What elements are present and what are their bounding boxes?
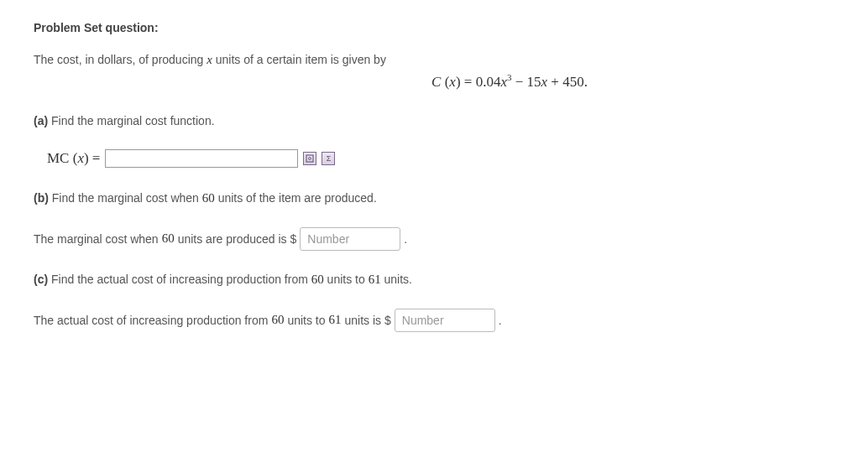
equation-preview-icon[interactable]	[303, 152, 316, 165]
intro-pre: The cost, in dollars, of producing	[34, 53, 207, 66]
part-c-mid: units to	[324, 273, 369, 286]
mc-arg: x	[77, 150, 84, 166]
problem-heading: Problem Set question:	[34, 21, 834, 34]
mc-label: MC (x) =	[47, 150, 100, 167]
part-b-num: 60	[202, 191, 215, 205]
part-b-ans-num: 60	[162, 231, 175, 246]
mc-input[interactable]	[105, 149, 298, 168]
eq-func: C	[431, 74, 441, 90]
eq-var2: x	[541, 74, 548, 90]
intro-text: The cost, in dollars, of producing x uni…	[34, 53, 834, 67]
part-c-ans-n2: 61	[329, 313, 342, 327]
eq-exp1: 3	[507, 72, 512, 82]
part-b-pre: Find the marginal cost when	[49, 191, 202, 205]
part-c-ans-mid1: units to	[287, 314, 325, 327]
part-b-input[interactable]	[300, 227, 400, 251]
sigma-glyph: Σ	[327, 154, 332, 163]
part-c-n2: 61	[369, 273, 381, 286]
part-c-n1: 60	[311, 273, 324, 286]
part-c-ans-n1: 60	[271, 313, 284, 327]
equation-editor-icon[interactable]: Σ	[322, 152, 335, 165]
part-c-ans-pre: The actual cost of increasing production…	[34, 314, 268, 327]
part-b-label: (b)	[34, 191, 49, 205]
part-b-ans-pre: The marginal cost when	[34, 232, 159, 246]
part-c: (c) Find the actual cost of increasing p…	[34, 273, 834, 287]
part-b-post: units of the item are produced.	[215, 191, 377, 205]
part-a-label: (a)	[34, 114, 48, 127]
eq-coef2: 15	[527, 74, 541, 90]
cost-equation: C (x) = 0.04x3 − 15x + 450.	[34, 72, 834, 91]
part-b-ans-after: .	[404, 232, 407, 246]
part-c-input[interactable]	[395, 309, 495, 332]
mc-equals: =	[89, 150, 101, 166]
part-a-answer-row: MC (x) = Σ	[47, 149, 834, 168]
part-b: (b) Find the marginal cost when 60 units…	[34, 191, 834, 205]
part-c-ans-after: .	[499, 314, 502, 327]
svg-rect-0	[306, 155, 313, 162]
part-c-pre: Find the actual cost of increasing produ…	[48, 273, 311, 286]
part-c-label: (c)	[34, 273, 48, 286]
mc-prefix: MC	[47, 150, 69, 166]
intro-var: x	[207, 53, 212, 66]
eq-coef1: 0.04	[476, 74, 501, 90]
part-b-ans-mid: units are produced is $	[178, 232, 297, 246]
part-c-answer-row: The actual cost of increasing production…	[34, 309, 834, 332]
eq-arg: x	[449, 74, 456, 90]
svg-point-1	[309, 157, 311, 159]
part-a: (a) Find the marginal cost function.	[34, 114, 834, 127]
part-b-answer-row: The marginal cost when 60 units are prod…	[34, 227, 834, 251]
eq-const: 450	[562, 74, 584, 90]
part-c-post: units.	[381, 273, 412, 286]
intro-post: units of a certain item is given by	[212, 53, 386, 66]
eq-var1: x	[500, 74, 507, 90]
part-c-ans-mid2: units is $	[345, 314, 391, 327]
part-a-text: Find the marginal cost function.	[48, 114, 214, 127]
